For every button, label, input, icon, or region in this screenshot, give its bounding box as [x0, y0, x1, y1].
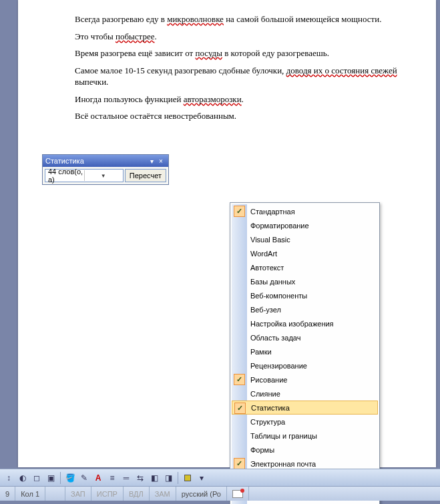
menu-item-label: Таблицы и границы	[250, 432, 317, 440]
menu-item-label: Слияние	[250, 390, 280, 398]
menu-item-label: Веб-компоненты	[250, 292, 307, 300]
check-icon: ✓	[234, 374, 245, 385]
panel-options-icon[interactable]: ▾	[147, 158, 156, 165]
menu-item-настройка-изображения[interactable]: Настройка изображения	[232, 316, 378, 330]
menu-item-label: Базы данных	[250, 278, 295, 286]
menu-item-стандартная[interactable]: ✓Стандартная	[232, 204, 378, 218]
menu-item-рисование[interactable]: ✓Рисование	[232, 372, 378, 387]
font-color-icon[interactable]: A	[92, 472, 104, 484]
paragraph: Всегда разогреваю еду в микроволновке на…	[75, 13, 419, 25]
text-direction-icon[interactable]: ↕	[3, 472, 15, 484]
picture-icon[interactable]: ▣	[45, 472, 57, 484]
menu-item-автотекст[interactable]: Автотекст	[232, 260, 378, 274]
menu-item-label: WordArt	[250, 250, 277, 258]
recount-button[interactable]: Пересчет	[125, 169, 166, 182]
drawing-toolbar: ↕ ◐ ◻ ▣ 🪣 ✎ A ≡ ═ ⇆ ◧ ◨ ▾	[0, 469, 440, 486]
check-icon: ✓	[234, 403, 246, 414]
menu-item-форматирование[interactable]: Форматирование	[232, 218, 378, 232]
menu-item-label: Visual Basic	[250, 236, 290, 244]
status-ovr[interactable]: ЗАМ	[150, 487, 176, 501]
menu-item-рамки[interactable]: Рамки	[232, 344, 378, 358]
status-ext[interactable]: ВДЛ	[124, 487, 150, 501]
menu-item-wordart[interactable]: WordArt	[232, 246, 378, 260]
color-swatch[interactable]	[182, 472, 194, 484]
status-line-number: 9	[0, 487, 15, 501]
line-color-icon[interactable]: ✎	[78, 472, 90, 484]
document-body: Всегда разогреваю еду в микроволновке на…	[75, 13, 419, 122]
shapes-icon[interactable]: ◻	[31, 472, 43, 484]
menu-item-label: Настройка изображения	[250, 320, 334, 328]
more-icon[interactable]: ▾	[196, 472, 208, 484]
menu-item-label: Рисование	[250, 376, 287, 384]
menu-item-label: Форматирование	[250, 222, 309, 230]
menu-item-label: Формы	[250, 446, 274, 454]
menu-item-веб-узел[interactable]: Веб-узел	[232, 302, 378, 316]
menu-item-label: Статистика	[251, 404, 290, 412]
word-count-value: 44 слов(о, а)	[48, 168, 84, 184]
menu-item-веб-компоненты[interactable]: Веб-компоненты	[232, 288, 378, 302]
fill-color-icon[interactable]: 🪣	[64, 472, 76, 484]
statistics-titlebar[interactable]: Статистика ▾ ×	[43, 155, 168, 167]
menu-item-таблицы-и-границы[interactable]: Таблицы и границы	[232, 429, 378, 443]
paragraph: Иногда пользуюсь функцией авторазморозки…	[75, 93, 419, 105]
menu-item-рецензирование[interactable]: Рецензирование	[232, 358, 378, 372]
word-count-combo[interactable]: 44 слов(о, а) ▼	[45, 169, 124, 182]
close-icon[interactable]: ×	[156, 158, 166, 165]
menu-item-label: Стандартная	[250, 208, 295, 216]
menu-item-label: Область задач	[250, 334, 300, 342]
check-icon: ✓	[234, 206, 245, 217]
paragraph: Время разогрева ещё зависит от посуды в …	[75, 47, 419, 59]
toolbars-context-menu: ✓СтандартнаяФорматированиеVisual BasicWo…	[230, 202, 380, 504]
menu-item-слияние[interactable]: Слияние	[232, 387, 378, 401]
chevron-down-icon[interactable]: ▼	[84, 170, 121, 181]
paragraph: Самое малое 10-15 секунд разогреваю сдоб…	[75, 65, 419, 88]
menu-item-visual-basic[interactable]: Visual Basic	[232, 232, 378, 246]
menu-item-label: Структура	[250, 418, 285, 426]
status-spellcheck-icon[interactable]	[227, 487, 249, 501]
menu-item-label: Рамки	[250, 348, 272, 356]
status-gap	[45, 487, 65, 501]
paragraph: Всё остальное остаётся невостребованным.	[75, 110, 419, 122]
status-trk[interactable]: ИСПР	[91, 487, 124, 501]
rotate-icon[interactable]: ◐	[17, 472, 29, 484]
menu-item-структура[interactable]: Структура	[232, 415, 378, 429]
status-rec[interactable]: ЗАП	[65, 487, 91, 501]
status-language[interactable]: русский (Ро	[176, 487, 227, 501]
status-column: Кол 1	[15, 487, 45, 501]
check-icon: ✓	[234, 458, 245, 469]
shadow-icon[interactable]: ◧	[148, 472, 160, 484]
menu-item-статистика[interactable]: ✓Статистика	[232, 401, 378, 415]
statistics-title: Статистика	[45, 157, 147, 165]
dash-style-icon[interactable]: ≡	[106, 472, 118, 484]
arrow-style-icon[interactable]: ⇆	[134, 472, 146, 484]
status-bar: 9 Кол 1 ЗАП ИСПР ВДЛ ЗАМ русский (Ро	[0, 486, 440, 501]
menu-item-label: Электронная почта	[250, 460, 316, 468]
menu-item-формы[interactable]: Формы	[232, 443, 378, 457]
menu-item-область-задач[interactable]: Область задач	[232, 330, 378, 344]
statistics-panel: Статистика ▾ × 44 слов(о, а) ▼ Пересчет	[42, 154, 169, 185]
paragraph: Это чтобы побыстрее.	[75, 31, 419, 43]
menu-item-label: Рецензирование	[250, 362, 307, 370]
menu-item-label: Веб-узел	[250, 306, 281, 314]
threed-icon[interactable]: ◨	[162, 472, 174, 484]
status-filler	[249, 487, 440, 501]
menu-item-label: Автотекст	[250, 264, 284, 272]
menu-item-базы-данных[interactable]: Базы данных	[232, 274, 378, 288]
line-style-icon[interactable]: ═	[120, 472, 132, 484]
